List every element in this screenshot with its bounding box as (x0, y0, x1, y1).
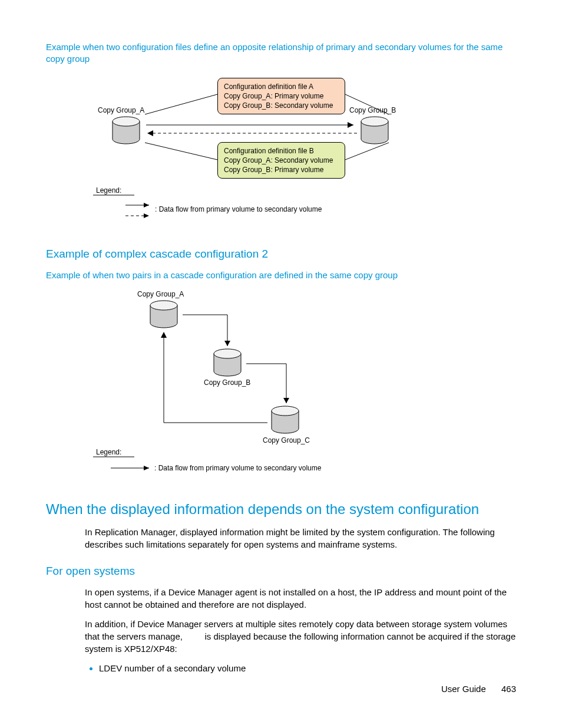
svg-line-2 (145, 94, 217, 114)
svg-marker-12 (144, 203, 149, 207)
cascade-example-link[interactable]: Example of when two pairs in a cascade c… (46, 269, 516, 281)
label-copy-group-a: Copy Group_A (137, 290, 184, 298)
heading-open-systems: For open systems (46, 565, 516, 578)
svg-point-16 (214, 349, 241, 358)
svg-marker-7 (348, 122, 353, 128)
diagram-opposite-config: Copy Group_A Copy Group_B Configuration … (93, 74, 458, 233)
system-config-intro: In Replication Manager, displayed inform… (85, 526, 516, 551)
open-systems-list: LDEV number of a secondary volume (85, 662, 516, 674)
example-opposite-link[interactable]: Example when two configuration files def… (46, 41, 516, 65)
footer-guide-label: User Guide (441, 684, 486, 694)
legend-label: Legend: (96, 186, 121, 195)
svg-marker-20 (161, 332, 167, 338)
svg-marker-23 (144, 466, 149, 470)
heading-system-config: When the displayed information depends o… (46, 501, 516, 518)
svg-marker-18 (224, 341, 230, 346)
svg-marker-19 (283, 398, 289, 403)
config-file-a-box: Configuration definition file A Copy Gro… (217, 78, 345, 115)
legend-text: : Data flow from primary volume to secon… (154, 464, 321, 472)
svg-point-1 (361, 117, 388, 126)
config-file-a-line2: Copy Group_B: Secondary volume (224, 101, 339, 110)
config-file-b-box: Configuration definition file B Copy Gro… (217, 142, 345, 179)
label-copy-group-b: Copy Group_B (349, 106, 396, 114)
legend-text: : Data flow from primary volume to secon… (155, 205, 322, 213)
svg-point-15 (150, 301, 177, 310)
cylinder-icon (211, 348, 246, 380)
list-item: LDEV number of a secondary volume (99, 662, 516, 674)
svg-marker-14 (144, 213, 149, 218)
page-footer: User Guide 463 (441, 684, 516, 694)
footer-page-number: 463 (501, 684, 516, 694)
config-file-b-line1: Copy Group_A: Secondary volume (224, 156, 339, 165)
open-systems-para-2: In addition, if Device Manager servers a… (85, 618, 516, 655)
svg-marker-9 (147, 130, 153, 136)
diagram-cascade-config: Copy Group_A Copy Group_B Copy Group_C (93, 290, 423, 485)
cylinder-icon (358, 116, 394, 148)
config-file-b-line2: Copy Group_B: Primary volume (224, 165, 339, 174)
config-file-a-line1: Copy Group_A: Primary volume (224, 91, 339, 101)
legend-label: Legend: (96, 448, 121, 456)
cylinder-icon (110, 116, 145, 148)
svg-point-0 (113, 117, 140, 126)
label-copy-group-c: Copy Group_C (263, 436, 310, 444)
config-file-b-title: Configuration definition file B (224, 146, 339, 156)
config-file-a-title: Configuration definition file A (224, 82, 339, 91)
cylinder-icon (147, 299, 183, 332)
svg-line-4 (145, 143, 217, 160)
heading-cascade-config-2: Example of complex cascade configuration… (46, 248, 516, 261)
svg-point-17 (272, 406, 299, 416)
cylinder-icon (269, 405, 304, 437)
open-systems-para-1: In open systems, if a Device Manager age… (85, 586, 516, 611)
label-copy-group-a: Copy Group_A (98, 106, 144, 114)
